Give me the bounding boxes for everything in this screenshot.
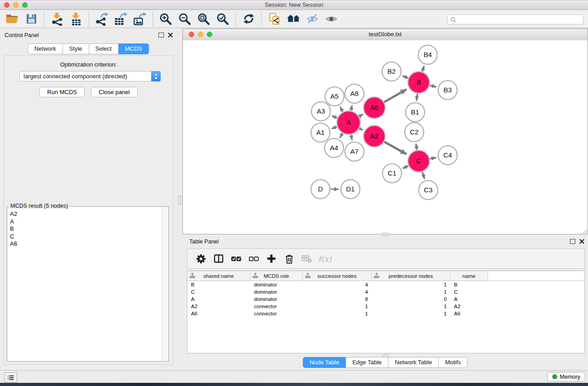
graph-node-B1[interactable]: B1 bbox=[406, 103, 425, 122]
graph-node-C2[interactable]: C2 bbox=[405, 123, 424, 142]
column-header-shared-name[interactable]: shared name bbox=[187, 271, 250, 281]
graph-edge-B-B2[interactable] bbox=[402, 76, 408, 78]
table-cell[interactable]: A2 bbox=[187, 304, 250, 309]
table-cell[interactable]: 1 bbox=[303, 311, 372, 316]
table-cell[interactable]: A6 bbox=[187, 311, 250, 316]
open-session-button[interactable] bbox=[3, 11, 22, 27]
graph-edge-A-A2[interactable] bbox=[359, 129, 363, 130]
graph-edge-A-A7[interactable] bbox=[351, 135, 352, 140]
table-cell[interactable]: A2 bbox=[450, 304, 488, 309]
graph-edge-A-A1[interactable] bbox=[332, 127, 337, 129]
table-cell[interactable]: 1 bbox=[372, 304, 450, 309]
graph-edge-A2-C[interactable] bbox=[384, 142, 406, 154]
column-header-name[interactable]: name bbox=[450, 271, 488, 281]
close-table-panel-icon[interactable] bbox=[579, 239, 584, 244]
graph-edge-A-A6[interactable] bbox=[359, 114, 363, 117]
app-titlebar[interactable]: Session: New Session bbox=[0, 0, 588, 10]
column-header-predecessor-nodes[interactable]: predecessor nodes bbox=[372, 271, 450, 281]
mcds-result-list[interactable]: A2ABCA6 bbox=[8, 207, 162, 361]
graph-node-C[interactable]: C bbox=[408, 150, 430, 172]
graph-node-A2[interactable]: A2 bbox=[363, 125, 385, 147]
table-cell[interactable]: 1 bbox=[372, 311, 450, 316]
new-network-from-selection-button[interactable] bbox=[265, 11, 284, 27]
show-task-history-button[interactable] bbox=[5, 372, 17, 382]
tab-motifs[interactable]: Motifs bbox=[439, 357, 468, 368]
graph-node-A8[interactable]: A8 bbox=[345, 84, 364, 103]
delete-table-button[interactable] bbox=[298, 250, 316, 267]
table-cell[interactable]: B bbox=[187, 282, 250, 287]
float-table-panel-icon[interactable] bbox=[570, 239, 575, 244]
table-cell[interactable]: B bbox=[450, 282, 488, 287]
graph-edge-C-C2[interactable] bbox=[416, 144, 417, 150]
graph-edge-A-A8[interactable] bbox=[351, 105, 352, 111]
network-canvas[interactable]: B4B2BB3A5A8A6A3AB1A1C2A2A4A7CC4C1C3DD1 bbox=[183, 40, 588, 234]
table-cell[interactable]: 1 bbox=[372, 289, 450, 295]
create-column-button[interactable] bbox=[263, 250, 280, 267]
run-mcds-button[interactable]: Run MCDS bbox=[39, 87, 85, 97]
deselect-all-columns-button[interactable] bbox=[245, 250, 263, 267]
table-row[interactable]: Bdominator41B bbox=[187, 281, 584, 288]
close-panel-icon[interactable] bbox=[168, 33, 173, 38]
search-input[interactable] bbox=[447, 14, 583, 24]
graph-node-B3[interactable]: B3 bbox=[438, 81, 457, 100]
graph-node-A3[interactable]: A3 bbox=[311, 102, 330, 121]
graph-node-C4[interactable]: C4 bbox=[438, 146, 457, 165]
close-window-button[interactable] bbox=[4, 2, 10, 8]
table-cell[interactable]: 4 bbox=[303, 282, 372, 287]
export-image-button[interactable] bbox=[130, 11, 149, 27]
zoom-selected-button[interactable] bbox=[213, 11, 232, 27]
table-cell[interactable]: 1 bbox=[372, 282, 450, 287]
memory-status-button[interactable]: Memory bbox=[547, 372, 585, 381]
graph-node-B[interactable]: B bbox=[408, 71, 430, 93]
graph-edge-C-C4[interactable] bbox=[430, 157, 436, 159]
graph-node-C3[interactable]: C3 bbox=[419, 181, 438, 200]
zoom-window-button[interactable] bbox=[22, 2, 28, 8]
table-cell[interactable]: A bbox=[450, 296, 488, 302]
network-window-titlebar[interactable]: testGlobe.txt bbox=[183, 29, 588, 41]
hide-selected-button[interactable] bbox=[303, 11, 322, 27]
close-panel-button[interactable]: Close panel bbox=[91, 87, 138, 97]
zoom-fit-button[interactable] bbox=[194, 11, 213, 27]
graph-edge-C-C3[interactable] bbox=[422, 172, 425, 179]
graph-node-C1[interactable]: C1 bbox=[382, 164, 402, 183]
graph-node-A4[interactable]: A4 bbox=[325, 138, 344, 157]
close-network-button[interactable] bbox=[189, 32, 194, 37]
export-table-button[interactable] bbox=[111, 11, 130, 27]
minimize-network-button[interactable] bbox=[198, 32, 203, 37]
tab-mcds[interactable]: MCDS bbox=[119, 43, 149, 54]
zoom-in-button[interactable] bbox=[156, 11, 175, 27]
mcds-result-item[interactable]: B bbox=[8, 225, 162, 233]
mcds-result-item[interactable]: A bbox=[8, 218, 162, 226]
select-all-columns-button[interactable] bbox=[227, 250, 245, 267]
table-settings-button[interactable] bbox=[192, 250, 210, 267]
graph-node-B4[interactable]: B4 bbox=[418, 45, 437, 64]
graph-node-A7[interactable]: A7 bbox=[345, 142, 364, 161]
table-cell[interactable]: 8 bbox=[303, 296, 372, 302]
mcds-result-item[interactable]: C bbox=[8, 233, 162, 241]
graph-edge-C-C1[interactable] bbox=[403, 166, 409, 168]
home-view-button[interactable] bbox=[284, 11, 303, 27]
optimization-criterion-select[interactable]: largest connected component (directed) bbox=[19, 71, 161, 81]
graph-node-A6[interactable]: A6 bbox=[363, 97, 385, 119]
tab-network-table[interactable]: Network Table bbox=[388, 357, 439, 368]
graph-edge-B-B1[interactable] bbox=[416, 94, 417, 100]
import-network-button[interactable] bbox=[48, 11, 67, 27]
function-builder-button[interactable]: f(x) bbox=[318, 254, 331, 263]
show-columns-button[interactable] bbox=[210, 250, 227, 267]
zoom-network-button[interactable] bbox=[207, 32, 212, 37]
mcds-result-item[interactable]: A6 bbox=[8, 240, 162, 248]
graph-node-A1[interactable]: A1 bbox=[311, 123, 330, 142]
tab-select[interactable]: Select bbox=[89, 43, 119, 54]
refresh-layout-button[interactable] bbox=[239, 11, 258, 27]
column-header-MCDS-role[interactable]: MCDS role bbox=[250, 271, 303, 281]
table-row[interactable]: Cdominator41C bbox=[187, 288, 584, 295]
graph-node-D[interactable]: D bbox=[311, 180, 330, 199]
table-cell[interactable]: C bbox=[450, 289, 488, 295]
tab-edge-table[interactable]: Edge Table bbox=[346, 357, 388, 368]
table-cell[interactable]: 1 bbox=[303, 304, 372, 309]
delete-column-button[interactable] bbox=[280, 250, 298, 267]
table-cell[interactable]: dominator bbox=[250, 282, 303, 287]
save-session-button[interactable] bbox=[22, 11, 41, 27]
table-cell[interactable]: connector bbox=[250, 311, 303, 316]
minimize-window-button[interactable] bbox=[13, 2, 19, 8]
